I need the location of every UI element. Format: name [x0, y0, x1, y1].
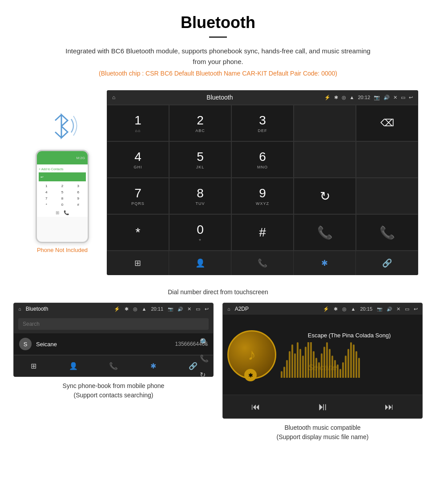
- pb-bottom-phone[interactable]: 📞: [93, 356, 133, 376]
- dial-call-key[interactable]: 📞: [294, 214, 356, 251]
- a2dp-close-icon[interactable]: ✕: [396, 306, 400, 312]
- pb-bt-icon: ✱: [125, 306, 129, 312]
- music-caption: Bluetooth music compatible (Support disp…: [222, 419, 423, 444]
- dial-empty-2: [356, 141, 418, 178]
- usb-icon: ⚡: [324, 95, 331, 100]
- pb-rect-icon[interactable]: ▭: [196, 306, 200, 312]
- dial-bottom-bluetooth[interactable]: ✱: [294, 251, 356, 275]
- contact-name: Seicane: [36, 341, 171, 348]
- song-title: Escape (The Pina Colada Song): [281, 332, 418, 339]
- pb-search-input[interactable]: [18, 318, 209, 330]
- phone-mockup: M:2G + Add to Contacts ↩ 123 456 789 *0#…: [36, 150, 89, 243]
- a2dp-usb-icon: ⚡: [323, 306, 329, 312]
- a2dp-vol-icon[interactable]: 🔊: [387, 307, 392, 312]
- a2dp-back-icon[interactable]: ↩: [414, 306, 418, 312]
- signal-icon: ▲: [350, 95, 355, 100]
- dial-key-7[interactable]: 7PQRS: [107, 178, 169, 214]
- pb-contact-row[interactable]: S Seicane 13566664466: [14, 333, 213, 355]
- pb-contacts-body: S Seicane 13566664466 🔍 📞 ↻: [14, 333, 213, 355]
- close-icon[interactable]: ✕: [393, 95, 397, 100]
- dial-empty-3: [356, 178, 418, 214]
- dial-key-6[interactable]: 6MNO: [231, 141, 294, 178]
- pb-topbar: ⌂ Bluetooth ⚡ ✱ ◎ ▲ 20:11 📷 🔊 ✕ ▭ ↩: [14, 303, 213, 315]
- pb-close-icon[interactable]: ✕: [187, 306, 191, 312]
- dial-key-4[interactable]: 4GHI: [107, 141, 169, 178]
- next-track-btn[interactable]: ⏭: [385, 402, 394, 412]
- pb-side-icons: 🔍 📞 ↻: [200, 338, 209, 377]
- page-specs: (Bluetooth chip : CSR BC6 Default Blueto…: [9, 70, 427, 77]
- pb-cam-icon[interactable]: 📷: [168, 307, 173, 312]
- dial-section: M:2G + Add to Contacts ↩ 123 456 789 *0#…: [0, 81, 436, 284]
- contact-initial: S: [19, 338, 32, 350]
- window-icon[interactable]: ▭: [401, 95, 405, 100]
- a2dp-bt-icon: ✱: [334, 306, 338, 312]
- page-header: Bluetooth Integrated with BC6 Bluetooth …: [0, 0, 436, 81]
- prev-track-btn[interactable]: ⏮: [251, 402, 260, 412]
- page-title: Bluetooth: [9, 13, 427, 32]
- pb-time: 20:11: [151, 306, 163, 312]
- status-icons: ⚡ ✱ ◎ ▲ 20:12 📷 🔊 ✕ ▭ ↩: [324, 95, 413, 100]
- a2dp-topbar: ⌂ A2DP ⚡ ✱ ◎ ▲ 20:15 📷 🔊 ✕ ▭ ↩: [223, 303, 422, 315]
- pb-home-icon[interactable]: ⌂: [18, 306, 21, 312]
- dial-empty-1: [294, 141, 356, 178]
- pb-bottom-grid[interactable]: ⊞: [14, 356, 54, 376]
- dial-key-1[interactable]: 1⌂⌂: [107, 105, 169, 141]
- a2dp-cam-icon[interactable]: 📷: [377, 307, 382, 312]
- bluetooth-status-icon: ✱: [334, 95, 338, 100]
- audio-visualizer: [281, 342, 418, 378]
- pb-search-icon[interactable]: 🔍: [200, 338, 209, 346]
- pb-phone-icon[interactable]: 📞: [200, 354, 209, 363]
- home-icon[interactable]: ⌂: [112, 94, 115, 100]
- volume-icon[interactable]: 🔊: [384, 95, 390, 100]
- music-screen-container: ⌂ A2DP ⚡ ✱ ◎ ▲ 20:15 📷 🔊 ✕ ▭ ↩ ♪ ✱: [222, 303, 423, 444]
- dial-key-5[interactable]: 5JKL: [169, 141, 231, 178]
- dial-topbar: ⌂ Bluetooth ⚡ ✱ ◎ ▲ 20:12 📷 🔊 ✕ ▭ ↩: [107, 90, 418, 104]
- dial-screen-title: Bluetooth: [121, 94, 319, 101]
- dial-caption: Dial number direct from touchscreen: [0, 284, 436, 303]
- dial-key-8[interactable]: 8TUV: [169, 178, 231, 214]
- phonebook-caption: Sync phone-book from mobile phone (Suppo…: [13, 377, 214, 402]
- pb-refresh-icon[interactable]: ↻: [200, 371, 209, 377]
- pb-loc-icon: ◎: [133, 306, 137, 312]
- dial-key-grid: 1⌂⌂ 2ABC 3DEF ⌫ 4GHI 5JKL 6MNO: [107, 104, 418, 251]
- page-description: Integrated with BC6 Bluetooth module, su…: [62, 46, 374, 67]
- a2dp-loc-icon: ◎: [342, 306, 347, 312]
- phonebook-screen: ⌂ Bluetooth ⚡ ✱ ◎ ▲ 20:11 📷 🔊 ✕ ▭ ↩ S: [13, 303, 214, 377]
- pb-back-icon[interactable]: ↩: [205, 306, 209, 312]
- dial-bottom-grid[interactable]: ⊞: [107, 251, 169, 275]
- play-pause-btn[interactable]: ⏯: [317, 400, 328, 413]
- dial-bottom-bar: ⊞ 👤 📞 ✱ 🔗: [107, 251, 418, 275]
- phone-keypad: 123 456 789 *0#: [39, 183, 86, 208]
- a2dp-home-icon[interactable]: ⌂: [227, 306, 230, 312]
- pb-usb-icon: ⚡: [114, 306, 120, 312]
- dial-key-3[interactable]: 3DEF: [231, 105, 294, 141]
- pb-vol-icon[interactable]: 🔊: [178, 307, 183, 312]
- time-display: 20:12: [358, 95, 370, 100]
- dial-display: [294, 105, 356, 141]
- dial-bottom-phone[interactable]: 📞: [231, 251, 294, 275]
- pb-bottom-bar: ⊞ 👤 📞 ✱ 🔗: [14, 355, 213, 376]
- pb-bottom-person[interactable]: 👤: [54, 356, 94, 376]
- camera-icon[interactable]: 📷: [374, 95, 380, 100]
- a2dp-album-container: ♪ ✱: [227, 330, 276, 379]
- pb-bottom-bluetooth[interactable]: ✱: [133, 356, 174, 376]
- bottom-section: ⌂ Bluetooth ⚡ ✱ ◎ ▲ 20:11 📷 🔊 ✕ ▭ ↩ S: [0, 303, 436, 452]
- dial-key-0[interactable]: 0+: [169, 214, 231, 251]
- dial-key-9[interactable]: 9WXYZ: [231, 178, 294, 214]
- dial-key-2[interactable]: 2ABC: [169, 105, 231, 141]
- phone-not-included-label: Phone Not Included: [37, 247, 88, 253]
- a2dp-body: ♪ ✱ Escape (The Pina Colada Song) Seican…: [223, 315, 422, 395]
- dial-key-star[interactable]: *: [107, 214, 169, 251]
- a2dp-info: Escape (The Pina Colada Song): [281, 332, 418, 378]
- a2dp-rect-icon[interactable]: ▭: [405, 306, 409, 312]
- phone-aside: M:2G + Add to Contacts ↩ 123 456 789 *0#…: [18, 90, 107, 253]
- dial-bottom-link[interactable]: 🔗: [356, 251, 418, 275]
- bluetooth-animation: [44, 108, 80, 148]
- pb-title: Bluetooth: [26, 306, 109, 312]
- dial-delete-key[interactable]: ⌫: [356, 105, 418, 141]
- dial-refresh-key[interactable]: ↻: [294, 178, 356, 214]
- dial-bottom-contacts[interactable]: 👤: [169, 251, 231, 275]
- dial-hangup-key[interactable]: 📞: [356, 214, 418, 251]
- back-icon[interactable]: ↩: [409, 95, 413, 100]
- dial-key-hash[interactable]: #: [231, 214, 294, 251]
